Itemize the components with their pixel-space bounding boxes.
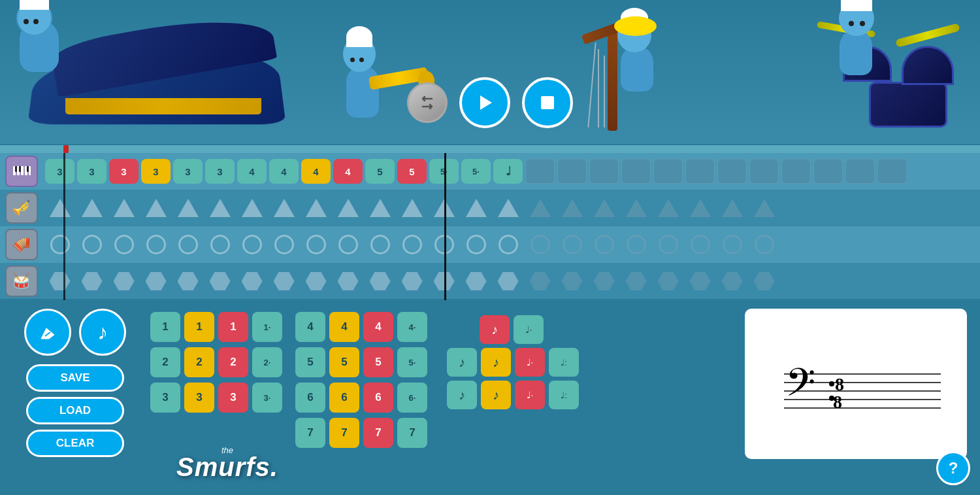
palette-note[interactable]: 3· [252,383,282,413]
palette-note[interactable]: 5 [295,347,325,377]
circle-cell[interactable] [749,232,779,257]
circle-cell[interactable] [77,232,106,257]
triangle-cell[interactable] [557,196,587,220]
triangle-cell[interactable] [589,196,619,220]
palette-note[interactable]: 5 [363,347,393,377]
hex-cell[interactable] [557,269,587,294]
triangle-cell[interactable] [365,196,395,220]
hex-cell[interactable] [685,269,715,294]
rhythm-note[interactable]: ♩· [515,381,545,409]
note-mode-button[interactable]: ♪ [79,309,126,356]
rhythm-note[interactable]: ♪ [447,348,477,377]
hex-cell[interactable] [397,269,427,294]
empty-cell[interactable] [685,159,715,184]
palette-note[interactable]: 4 [363,312,393,342]
palette-note[interactable]: 2 [150,347,180,377]
stop-button[interactable] [522,77,573,128]
palette-note[interactable]: 1 [184,312,214,342]
circle-cell[interactable] [685,232,715,257]
palette-note[interactable]: 3 [218,383,248,413]
hex-cell[interactable] [301,269,331,294]
empty-cell[interactable] [845,159,875,184]
hex-cell[interactable] [525,269,555,294]
note-cell[interactable]: ♩ [493,159,523,184]
note-cell[interactable]: 5 [397,159,427,184]
harp-instrument-btn[interactable]: 🪗 [0,226,42,263]
hex-cell[interactable] [237,269,267,294]
rhythm-note[interactable]: ♩: [549,348,579,377]
note-cell[interactable]: 3 [109,159,139,184]
empty-cell[interactable] [653,159,683,184]
hex-cell[interactable] [621,269,651,294]
hex-cell[interactable] [749,269,779,294]
hex-cell[interactable] [173,269,203,294]
note-cell[interactable]: 3 [141,159,171,184]
circle-cell[interactable] [301,232,331,257]
play-button[interactable] [459,77,510,128]
triangle-cell[interactable] [269,196,299,220]
circle-cell[interactable] [653,232,683,257]
load-button[interactable]: LOAD [26,397,124,424]
empty-cell[interactable] [557,159,587,184]
circle-cell[interactable] [557,232,587,257]
trumpet-instrument-btn[interactable]: 🎺 [0,190,42,226]
empty-cell[interactable] [813,159,843,184]
palette-note[interactable]: 6 [363,383,393,413]
rhythm-note[interactable]: ♩· [515,348,545,377]
note-cell[interactable]: 3 [173,159,203,184]
erase-button[interactable] [24,309,71,356]
circle-cell[interactable] [589,232,619,257]
palette-note[interactable]: 5· [397,347,427,377]
empty-cell[interactable] [589,159,619,184]
hex-cell[interactable] [45,269,74,294]
hex-cell[interactable] [333,269,363,294]
palette-note[interactable]: 2 [218,347,248,377]
triangle-cell[interactable] [653,196,683,220]
empty-cell[interactable] [877,159,907,184]
rhythm-note[interactable]: ♩: [549,381,579,409]
triangle-cell[interactable] [301,196,331,220]
triangle-cell[interactable] [141,196,171,220]
palette-note[interactable]: 4 [329,312,359,342]
help-button[interactable]: ? [936,451,970,485]
triangle-cell[interactable] [109,196,139,220]
circle-cell[interactable] [109,232,139,257]
palette-note[interactable]: 4 [295,312,325,342]
rhythm-note[interactable]: ♪ [447,381,477,409]
palette-note[interactable]: 2 [184,347,214,377]
note-cell[interactable]: 3 [77,159,106,184]
palette-note[interactable]: 6 [295,383,325,413]
palette-note[interactable]: 7 [397,418,427,448]
drums-instrument-btn[interactable]: 🥁 [0,263,42,299]
note-cell[interactable]: 5 [365,159,395,184]
note-cell[interactable]: 4 [269,159,299,184]
palette-note[interactable]: 7 [329,418,359,448]
note-cell[interactable]: 4 [237,159,267,184]
circle-cell[interactable] [269,232,299,257]
palette-note[interactable]: 3 [184,383,214,413]
circle-cell[interactable] [205,232,235,257]
palette-note[interactable]: 6· [397,383,427,413]
circle-cell[interactable] [237,232,267,257]
hex-cell[interactable] [653,269,683,294]
circle-cell[interactable] [333,232,363,257]
palette-note[interactable]: 1 [150,312,180,342]
save-button[interactable]: SAVE [26,364,124,392]
hex-cell[interactable] [141,269,171,294]
palette-note[interactable]: 5 [329,347,359,377]
empty-cell[interactable] [781,159,811,184]
triangle-cell[interactable] [237,196,267,220]
palette-note[interactable]: 2· [252,347,282,377]
note-cell[interactable]: 4 [333,159,363,184]
note-cell[interactable]: 4 [301,159,331,184]
hex-cell[interactable] [269,269,299,294]
repeat-button[interactable] [407,82,448,123]
hex-cell[interactable] [365,269,395,294]
triangle-cell[interactable] [333,196,363,220]
palette-note[interactable]: 4· [397,312,427,342]
circle-cell[interactable] [493,232,523,257]
triangle-cell[interactable] [525,196,555,220]
palette-note[interactable]: 7 [363,418,393,448]
triangle-cell[interactable] [493,196,523,220]
triangle-cell[interactable] [749,196,779,220]
